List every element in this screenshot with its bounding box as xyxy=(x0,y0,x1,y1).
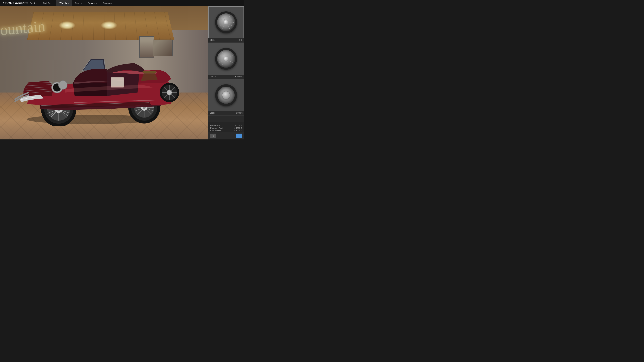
logo: NewBeeMountain xyxy=(0,1,27,5)
nav-item-seat[interactable]: Seat › xyxy=(72,0,85,6)
seat-leather-value: 1000 € xyxy=(236,130,242,132)
wheel-disc-sport xyxy=(215,84,237,106)
svg-point-33 xyxy=(58,81,67,89)
next-button[interactable]: › xyxy=(236,134,242,138)
seat-leather-adder: + 1000 € xyxy=(234,130,242,132)
wheel-spoke-stock xyxy=(215,11,237,33)
nav-items: Paint › Soft Top › Wheels › Seat › Engin… xyxy=(27,0,244,6)
nav-item-wheels[interactable]: Wheels › xyxy=(56,0,72,6)
wheel-sport-price: + 2000 € xyxy=(234,112,242,114)
wheel-option-sport[interactable]: Sport + 2000 € xyxy=(208,79,244,116)
premium-paint-row: Premium Paint + 1500 € xyxy=(210,127,242,129)
wheel-classic-price: + 1000 € xyxy=(234,75,242,78)
car-display-area: ountain xyxy=(0,6,208,139)
base-price-row: Base Price 76000 € xyxy=(210,124,242,126)
car-3d-view xyxy=(7,25,191,126)
wheel-sport-name: Sport xyxy=(210,112,214,114)
premium-paint-value: 1500 € xyxy=(236,127,242,129)
nav-arrow-paint: › xyxy=(36,2,37,4)
right-panel: Stock + 0 € Classic + 1000 € Sport + 200… xyxy=(208,6,244,139)
nav-item-engine[interactable]: Engine › xyxy=(85,0,100,6)
prev-button[interactable]: ‹ xyxy=(210,134,216,138)
premium-paint-adder: + 1500 € xyxy=(234,127,242,129)
premium-paint-label: Premium Paint xyxy=(210,127,223,129)
nav-item-paint[interactable]: Paint › xyxy=(27,0,40,6)
nav-arrow-seat: › xyxy=(81,2,82,4)
nav-item-summary[interactable]: Summary xyxy=(100,0,116,6)
nav-arrow-engine: › xyxy=(96,2,97,4)
wheel-option-stock[interactable]: Stock + 0 € xyxy=(208,6,244,43)
premium-paint-plus: + xyxy=(234,127,235,129)
wheel-option-classic[interactable]: Classic + 1000 € xyxy=(208,43,244,79)
wheel-classic-name: Classic xyxy=(210,75,216,78)
wheel-classic-image xyxy=(208,43,244,75)
wheel-stock-image xyxy=(208,6,244,38)
wheel-stock-label-row: Stock + 0 € xyxy=(208,38,244,42)
nav-item-softtop[interactable]: Soft Top › xyxy=(40,0,56,6)
nav-arrow-wheels: › xyxy=(68,2,69,4)
seat-leather-plus: + xyxy=(234,130,235,132)
wheel-spoke-classic xyxy=(215,48,237,70)
svg-rect-34 xyxy=(142,71,156,73)
wheel-sport-image xyxy=(208,79,244,111)
wheel-stock-price: + 0 € xyxy=(238,39,242,41)
wheel-classic-label-row: Classic + 1000 € xyxy=(208,75,244,79)
seat-leather-label: Seat leather xyxy=(210,130,221,132)
nav-arrow-softtop: › xyxy=(53,2,54,4)
base-price-label: Base Price xyxy=(210,124,220,126)
seat-leather-row: Seat leather + 1000 € xyxy=(210,130,242,132)
svg-point-41 xyxy=(167,90,172,95)
base-price-value: 76000 € xyxy=(235,124,242,126)
top-navigation: NewBeeMountain Paint › Soft Top › Wheels… xyxy=(0,0,244,6)
bottom-navigation: ‹ › xyxy=(208,132,244,139)
wheel-stock-name: Stock xyxy=(210,39,215,41)
wheel-sport-label-row: Sport + 2000 € xyxy=(208,111,244,115)
